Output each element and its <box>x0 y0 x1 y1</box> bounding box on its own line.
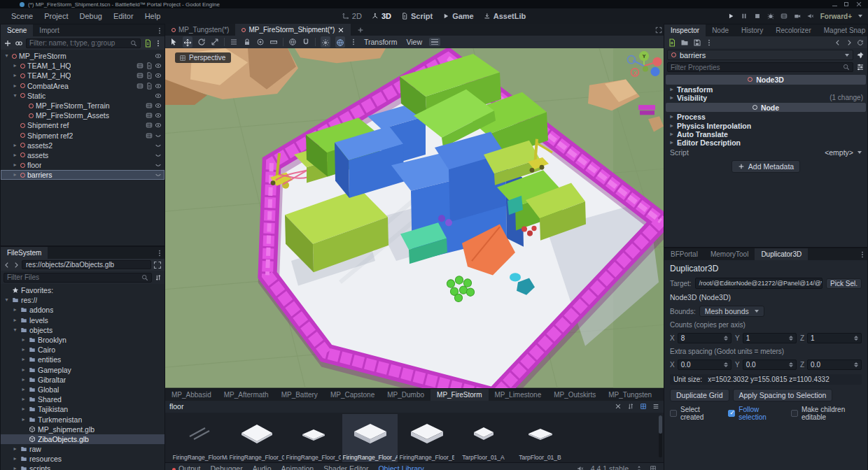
count-z-spinner[interactable]: 1 <box>807 333 862 343</box>
tree-row[interactable]: levels <box>1 315 164 325</box>
visible-eye-icon[interactable] <box>155 72 162 79</box>
tree-row[interactable]: Gameplay <box>1 365 164 375</box>
load-resource-icon[interactable] <box>680 38 689 47</box>
sun-environment-settings-button[interactable] <box>429 38 440 46</box>
visible-eye-icon[interactable] <box>155 62 162 69</box>
ruler-mode-icon[interactable] <box>270 38 278 46</box>
add-node-button[interactable] <box>4 39 12 48</box>
map-tab[interactable]: MP_Outskirts <box>547 389 602 401</box>
map-tab[interactable]: MP_Aftermath <box>218 389 275 401</box>
tree-row[interactable]: Shipment ref <box>1 120 164 130</box>
movie-maker-icon[interactable] <box>780 13 788 20</box>
tree-row[interactable]: scripts <box>1 464 164 470</box>
local-space-icon[interactable] <box>288 38 297 46</box>
stop-button[interactable] <box>754 13 761 20</box>
bottom-tab-shader-editor[interactable]: Shader Editor <box>323 464 368 470</box>
camera-override-icon[interactable] <box>794 13 801 20</box>
nav-forward-icon[interactable] <box>13 262 20 269</box>
grid-view-icon[interactable] <box>640 403 647 410</box>
script-icon[interactable] <box>146 62 153 69</box>
close-tab-icon[interactable] <box>337 27 344 34</box>
hidden-eye-icon[interactable] <box>155 142 162 149</box>
duplicate-grid-button[interactable]: Duplicate Grid <box>670 389 729 401</box>
library-item-selected[interactable]: FiringRange_Floor_A <box>342 414 398 462</box>
tab-scene[interactable]: Scene <box>1 24 33 36</box>
file-filter-input[interactable] <box>7 273 139 281</box>
target-path-field[interactable]: /root/@EditorNode@21272/@Panel@14/@VBoxC… <box>695 278 823 289</box>
menu-scene[interactable]: Scene <box>6 12 38 20</box>
object-refresh-icon[interactable] <box>857 39 864 46</box>
view-menu[interactable]: View <box>404 38 424 46</box>
switch-assetlib[interactable]: AssetLib <box>484 12 526 20</box>
library-item[interactable]: FiringRange_Floor_02 <box>286 414 341 462</box>
panel-menu-icon[interactable] <box>155 24 164 36</box>
perspective-menu[interactable]: Perspective <box>175 52 231 63</box>
section-visibility[interactable]: Visibility(1 change) <box>664 94 867 102</box>
tree-row[interactable]: CombatArea <box>1 81 164 91</box>
snap-magnet-icon[interactable] <box>302 38 310 46</box>
tab-duplicator3d[interactable]: Duplicator3D <box>755 248 808 260</box>
close-button[interactable] <box>855 1 862 8</box>
attach-script-icon[interactable] <box>144 39 152 48</box>
bottom-tab-object-library[interactable]: Object Library <box>378 464 424 470</box>
visible-eye-icon[interactable] <box>155 122 162 129</box>
tree-row[interactable]: entities <box>1 355 164 364</box>
maximize-button[interactable] <box>844 2 848 6</box>
bottom-tab-animation[interactable]: Animation <box>281 464 314 470</box>
property-filter-input[interactable] <box>671 64 840 71</box>
movie-icon[interactable] <box>146 102 153 109</box>
property-filter-box[interactable] <box>667 62 853 72</box>
move-mode-icon[interactable] <box>183 38 192 47</box>
transform-menu[interactable]: Transform <box>362 38 399 46</box>
spacing-y-spinner[interactable]: 0.0 <box>743 359 797 370</box>
history-forward-icon[interactable] <box>846 39 853 46</box>
hidden-eye-icon[interactable] <box>155 171 162 178</box>
map-tab[interactable]: MP_Limestone <box>489 389 548 401</box>
movie-icon[interactable] <box>136 83 144 90</box>
split-mode-icon[interactable] <box>153 261 162 269</box>
scene-tab-mp-tungsten[interactable]: MP_Tungsten(*) <box>165 24 235 36</box>
make-children-editable-checkbox[interactable]: Make children editable <box>791 406 862 421</box>
scene-filter-input[interactable] <box>29 39 127 47</box>
bounds-dropdown[interactable]: Mesh bounds <box>699 306 764 317</box>
tree-row[interactable]: TEAM_1_HQ <box>1 61 164 71</box>
movie-icon[interactable] <box>136 72 144 79</box>
count-y-spinner[interactable]: 1 <box>743 333 797 343</box>
tree-row[interactable]: floor <box>1 160 164 170</box>
edited-node-selector[interactable]: barriers <box>667 50 853 60</box>
tree-row[interactable]: Brooklyn <box>1 335 164 345</box>
tab-node[interactable]: Node <box>706 24 735 36</box>
tree-row[interactable]: raw <box>1 444 164 454</box>
library-item[interactable]: FiringRange_FloorMark_ <box>172 414 227 462</box>
file-filter-box[interactable] <box>4 273 152 283</box>
spacing-z-spinner[interactable]: 0.0 <box>807 359 862 370</box>
tree-row[interactable]: Turkmenistan <box>1 414 164 424</box>
more-options-icon[interactable] <box>350 38 357 45</box>
visible-eye-icon[interactable] <box>155 83 162 90</box>
minimize-button[interactable] <box>832 3 837 6</box>
tab-memorytool[interactable]: MemoryTool <box>704 248 755 260</box>
panel-menu-icon[interactable] <box>155 247 164 259</box>
scene-filter-box[interactable] <box>26 38 141 48</box>
tree-row[interactable]: TEAM_2_HQ <box>1 71 164 80</box>
tree-row[interactable]: objects <box>1 325 164 335</box>
pin-icon[interactable] <box>856 51 864 59</box>
map-tab[interactable]: MP_Capstone <box>324 389 381 401</box>
play-button[interactable] <box>727 13 734 20</box>
map-tab-active[interactable]: MP_FireStorm <box>430 389 488 401</box>
visible-eye-icon[interactable] <box>155 112 162 119</box>
pause-button[interactable] <box>741 13 748 20</box>
menu-debug[interactable]: Debug <box>74 12 107 20</box>
tree-row[interactable]: Shipment ref2 <box>1 131 164 141</box>
movie-icon[interactable] <box>146 112 153 119</box>
tab-inspector[interactable]: Inspector <box>664 24 706 36</box>
hidden-eye-icon[interactable] <box>155 152 162 159</box>
property-tools-icon[interactable] <box>856 63 864 71</box>
file-sort-icon[interactable] <box>155 274 162 281</box>
visible-eye-icon[interactable] <box>155 52 162 59</box>
script-icon[interactable] <box>146 72 153 79</box>
movie-icon[interactable] <box>146 132 153 139</box>
tree-row[interactable]: assets <box>1 150 164 160</box>
tab-recolorizer[interactable]: Recolorizer <box>769 24 818 36</box>
select-created-checkbox[interactable]: Select created <box>670 406 718 421</box>
